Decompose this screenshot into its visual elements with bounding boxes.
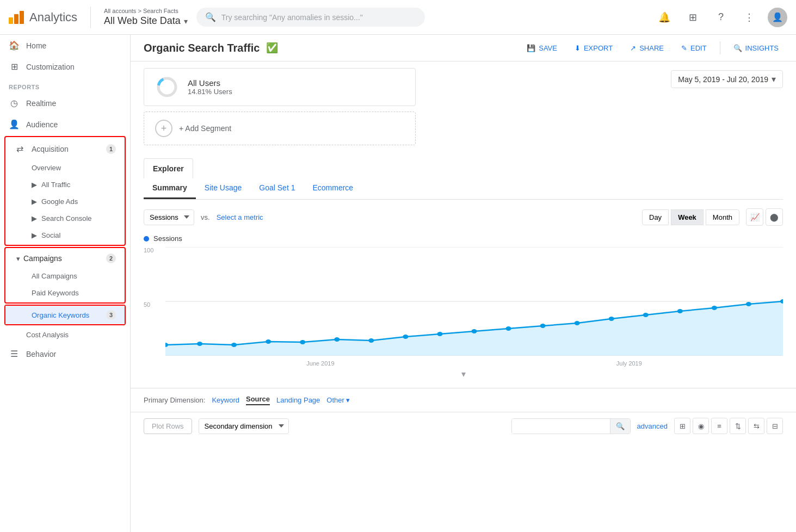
line-chart-icon: 📈 (750, 213, 760, 221)
logo-area: Analytics (9, 10, 77, 24)
x-axis-labels: June 2019 July 2019 (165, 360, 783, 367)
explorer-tab[interactable]: Explorer (144, 158, 193, 178)
landing-page-link[interactable]: Landing Page (276, 396, 320, 404)
tab-ecommerce[interactable]: Ecommerce (304, 178, 362, 199)
audience-icon: 👤 (9, 119, 20, 129)
verified-icon: ✅ (266, 42, 278, 54)
chart-controls: Sessions vs. Select a metric Day Week Mo… (144, 208, 783, 226)
plot-rows-button[interactable]: Plot Rows (144, 418, 192, 434)
svg-point-7 (231, 343, 237, 347)
sidebar-item-all-campaigns[interactable]: All Campaigns (5, 268, 125, 284)
keyword-link[interactable]: Keyword (212, 396, 239, 404)
tab-goal-set[interactable]: Goal Set 1 (250, 178, 304, 199)
sidebar-item-google-ads[interactable]: ▶ Google Ads (5, 193, 125, 210)
sidebar-item-cost-analysis[interactable]: Cost Analysis (0, 326, 130, 343)
apps-button[interactable]: ⊞ (683, 8, 702, 27)
density-view-button[interactable]: ⊟ (767, 418, 783, 434)
sidebar-item-social[interactable]: ▶ Social (5, 227, 125, 244)
tab-summary[interactable]: Summary (144, 178, 196, 199)
content-header: Organic Search Traffic ✅ 💾 SAVE ⬇ EXPORT… (131, 35, 796, 61)
line-chart-button[interactable]: 📈 (746, 208, 763, 226)
notification-bell[interactable]: 🔔 (655, 8, 674, 27)
sidebar-item-realtime[interactable]: ◷ Realtime (0, 92, 130, 114)
bell-icon: 🔔 (658, 11, 670, 23)
date-range-dropdown-icon: ▾ (772, 74, 776, 84)
pie-chart-icon: ⬤ (770, 213, 779, 221)
tab-site-usage[interactable]: Site Usage (196, 178, 250, 199)
sidebar-item-paid-keywords[interactable]: Paid Keywords (5, 284, 125, 301)
date-range-picker[interactable]: May 5, 2019 - Jul 20, 2019 ▾ (671, 70, 783, 88)
list-view-button[interactable]: ≡ (711, 418, 727, 434)
sidebar-item-home[interactable]: 🏠 Home (0, 35, 130, 56)
chart-type-buttons: 📈 ⬤ (746, 208, 783, 226)
export-button[interactable]: ⬇ EXPORT (570, 42, 617, 54)
sub-tabs: Summary Site Usage Goal Set 1 Ecommerce (144, 178, 783, 200)
sidebar-item-overview[interactable]: Overview (5, 159, 125, 176)
user-avatar[interactable]: 👤 (768, 8, 787, 27)
segment-column: All Users 14.81% Users + + Add Segment (144, 68, 671, 145)
sidebar-cost-analysis-label: Cost Analysis (26, 331, 69, 339)
segment-info: All Users 14.81% Users (188, 78, 232, 96)
scroll-down-icon: ▾ (461, 369, 466, 379)
behavior-icon: ☰ (9, 349, 20, 359)
insights-button[interactable]: 🔍 INSIGHTS (729, 42, 783, 54)
sidebar-item-all-traffic[interactable]: ▶ All Traffic (5, 176, 125, 193)
search-filter-input[interactable] (512, 419, 610, 434)
date-range-text: May 5, 2019 - Jul 20, 2019 (678, 75, 768, 84)
chevron-right-icon-sc: ▶ (32, 214, 37, 222)
day-button[interactable]: Day (642, 209, 669, 225)
source-active[interactable]: Source (246, 395, 270, 405)
sidebar-item-behavior[interactable]: ☰ Behavior (0, 343, 130, 364)
compare-view-button[interactable]: ⇆ (748, 418, 764, 434)
other-link[interactable]: Other ▾ (326, 396, 350, 404)
acquisition-group-inner: ⇄ Acquisition 1 Overview ▶ All Traffic ▶… (5, 137, 125, 245)
svg-point-19 (643, 313, 649, 317)
share-icon: ↗ (630, 44, 636, 52)
add-segment-button[interactable]: + + Add Segment (144, 112, 416, 145)
share-button[interactable]: ↗ SHARE (626, 42, 668, 54)
all-users-segment[interactable]: All Users 14.81% Users (144, 68, 416, 106)
metric-selector[interactable]: Sessions (144, 209, 194, 225)
edit-button[interactable]: ✎ EDIT (677, 42, 711, 54)
breadcrumb: All accounts > Search Facts (104, 8, 188, 14)
week-button[interactable]: Week (671, 209, 704, 225)
site-name[interactable]: All Web Site Data ▾ (104, 15, 188, 27)
sidebar-google-ads-label: Google Ads (41, 197, 78, 206)
sidebar-item-organic-keywords[interactable]: Organic Keywords 3 (5, 306, 125, 324)
more-options-button[interactable]: ⋮ (739, 8, 759, 27)
account-selector[interactable]: All accounts > Search Facts All Web Site… (104, 8, 188, 27)
page-title: Organic Search Traffic (144, 42, 260, 54)
search-box[interactable]: 🔍 Try searching "Any anomalies in sessio… (196, 8, 425, 27)
sidebar-item-search-console[interactable]: ▶ Search Console (5, 210, 125, 227)
sort-view-button[interactable]: ⇅ (730, 418, 746, 434)
export-icon: ⬇ (575, 44, 581, 52)
save-button[interactable]: 💾 SAVE (522, 42, 561, 54)
advanced-link[interactable]: advanced (637, 422, 668, 430)
other-dropdown-icon: ▾ (346, 396, 350, 404)
explorer-section: Explorer Summary Site Usage Goal Set 1 E… (131, 154, 796, 200)
help-button[interactable]: ? (711, 8, 731, 27)
list-icon: ≡ (717, 422, 721, 430)
search-filter[interactable]: 🔍 (511, 418, 631, 434)
sidebar-item-campaigns[interactable]: ▾ Campaigns 2 (5, 249, 125, 268)
search-area[interactable]: 🔍 Try searching "Any anomalies in sessio… (196, 8, 425, 27)
legend-dot (144, 236, 149, 242)
search-filter-button[interactable]: 🔍 (610, 419, 630, 434)
select-metric-link[interactable]: Select a metric (217, 213, 263, 221)
sidebar-item-audience[interactable]: 👤 Audience (0, 114, 130, 135)
acquisition-icon: ⇄ (14, 144, 25, 154)
logo-bar-3 (20, 11, 24, 24)
pie-view-button[interactable]: ◉ (693, 418, 709, 434)
sidebar-item-acquisition[interactable]: ⇄ Acquisition 1 (5, 138, 125, 159)
pie-icon: ◉ (698, 422, 704, 430)
svg-point-11 (368, 338, 374, 343)
density-icon: ⊟ (772, 422, 778, 430)
sort-icon: ⇅ (735, 422, 741, 430)
pie-chart-button[interactable]: ⬤ (766, 208, 783, 226)
organic-keywords-badge: 3 (106, 310, 116, 320)
secondary-dimension-selector[interactable]: Secondary dimension (199, 418, 289, 434)
table-view-button[interactable]: ⊞ (674, 418, 690, 434)
svg-point-12 (403, 335, 408, 339)
month-button[interactable]: Month (706, 209, 739, 225)
sidebar-item-customization[interactable]: ⊞ Customization (0, 56, 130, 77)
